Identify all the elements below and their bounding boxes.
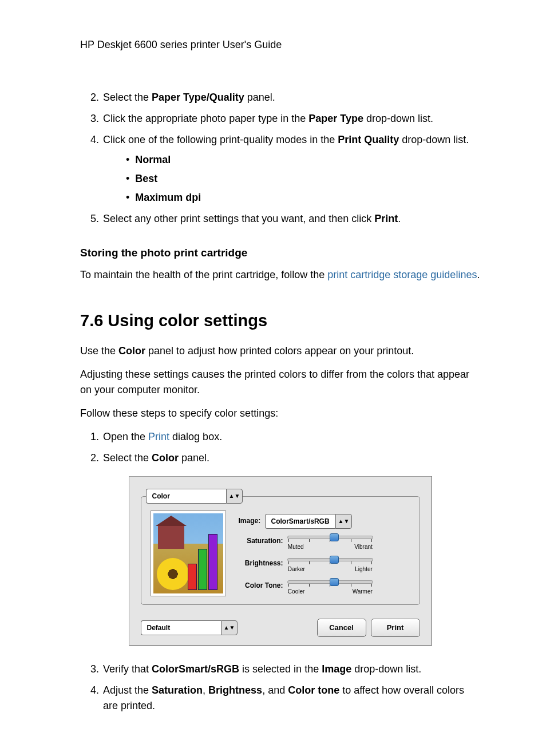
steps-list-2b: 3. Verify that ColorSmart/sRGB is select… [80,662,480,714]
step-number: 1. [90,429,99,445]
brightness-slider[interactable]: DarkerLighter [287,558,373,573]
panel-select-value: Color [146,489,226,504]
page-header: HP Deskjet 6600 series printer User's Gu… [80,37,480,53]
slider-thumb[interactable] [330,533,339,541]
cancel-button[interactable]: Cancel [317,619,366,637]
p-bold: Color [118,345,145,357]
quality-modes-list: Normal Best Maximum dpi [103,152,480,205]
step-text: drop-down list. [399,134,469,145]
slider-thumb[interactable] [330,556,339,564]
slider-right: Warmer [353,587,373,596]
page-number: 44 [80,754,480,757]
step-3: 3. Click the appropriate photo paper typ… [90,111,480,126]
slider-right: Vibrant [354,543,373,551]
color-dialog: Color ▲▼ Image: [129,476,432,646]
step-4b: 4. Adjust the Saturation, Brightness, an… [90,683,480,714]
steps-list-1: 2. Select the Paper Type/Quality panel. … [80,90,480,227]
step-number: 5. [90,211,99,227]
step-text: . [398,213,401,224]
step-bold: Color tone [288,684,339,696]
step-bold: Print [374,213,398,224]
step-bold: Paper Type/Quality [152,92,244,103]
subheading-storing: Storing the photo print cartridge [80,245,480,262]
image-select[interactable]: ColorSmart/sRGB ▲▼ [265,514,353,529]
color-intro-2: Adjusting these settings causes the prin… [80,367,480,398]
mode-maxdpi: Maximum dpi [126,190,480,205]
step-bold: Image [322,663,351,675]
saturation-label: Saturation: [239,536,283,546]
panel-select[interactable]: Color ▲▼ [146,489,243,504]
step-number: 2. [90,90,99,105]
slider-left: Cooler [288,587,304,596]
image-label: Image: [239,517,261,525]
storage-guidelines-link[interactable]: print cartridge storage guidelines [327,269,477,280]
slider-left: Muted [288,543,304,551]
step-text: Click one of the following print-quality… [103,134,338,145]
p-text: panel to adjust how printed colors appea… [145,345,414,357]
mode-label: Normal [135,154,171,165]
step-text: drop-down list. [363,113,433,124]
step-number: 4. [90,132,99,148]
step-text: Select the [103,92,152,103]
image-select-value: ColorSmart/sRGB [265,514,335,529]
updown-chevron-icon: ▲▼ [226,489,243,504]
color-preview [151,510,226,596]
step-text: Verify that [103,663,152,675]
step-text: , [203,684,208,696]
step-2: 2. Select the Paper Type/Quality panel. [90,90,480,105]
step-text: panel. [244,92,275,103]
preview-bar-blue [208,534,217,590]
mode-label: Best [135,173,157,184]
colortone-label: Color Tone: [239,580,283,591]
step-text: Select any other print settings that you… [103,213,374,224]
storing-text: To maintain the health of the print cart… [80,269,327,280]
step-number: 3. [90,662,99,677]
step-bold: ColorSmart/sRGB [152,663,239,675]
color-intro-1: Use the Color panel to adjust how printe… [80,343,480,359]
saturation-slider[interactable]: MutedVibrant [287,536,373,551]
step-bold: Color [152,452,179,464]
mode-normal: Normal [126,152,480,168]
section-heading: 7.6 Using color settings [80,308,480,334]
brightness-label: Brightness: [239,558,283,568]
step-text: is selected in the [239,663,322,675]
storing-text: . [477,269,480,280]
step-5: 5. Select any other print settings that … [90,211,480,227]
storing-paragraph: To maintain the health of the print cart… [80,267,480,283]
step-text: panel. [179,452,209,464]
step-bold: Paper Type [308,113,363,124]
step-3b: 3. Verify that ColorSmart/sRGB is select… [90,662,480,677]
print-link[interactable]: Print [148,431,169,442]
color-intro-3: Follow these steps to specify color sett… [80,406,480,421]
slider-right: Lighter [355,565,373,573]
step-text: Open the [103,431,148,442]
step-text: Select the [103,452,152,464]
slider-left: Darker [288,565,305,573]
step-text: , and [262,684,288,696]
preview-barn [158,525,184,549]
mode-label: Maximum dpi [135,192,201,203]
colortone-slider[interactable]: CoolerWarmer [287,580,373,596]
step-number: 4. [90,683,99,698]
step-number: 3. [90,111,99,126]
step-2b: 2. Select the Color panel. [90,450,480,466]
step-text: Adjust the [103,684,152,696]
mode-best: Best [126,171,480,187]
step-bold: Saturation [152,684,203,696]
preset-select[interactable]: Default ▲▼ [141,620,238,635]
step-text: Click the appropriate photo paper type i… [103,113,308,124]
step-number: 2. [90,450,99,466]
p-text: Use the [80,345,118,357]
slider-thumb[interactable] [330,578,339,586]
step-4: 4. Click one of the following print-qual… [90,132,480,205]
preview-bar-red [188,564,197,590]
print-button[interactable]: Print [371,619,420,637]
step-1: 1. Open the Print dialog box. [90,429,480,445]
preview-bar-green [198,549,207,590]
preview-sunflower [157,558,189,590]
updown-chevron-icon: ▲▼ [221,620,238,635]
step-text: dialog box. [169,431,222,442]
preset-select-value: Default [141,620,221,635]
step-bold: Brightness [208,684,262,696]
step-bold: Print Quality [338,134,399,145]
